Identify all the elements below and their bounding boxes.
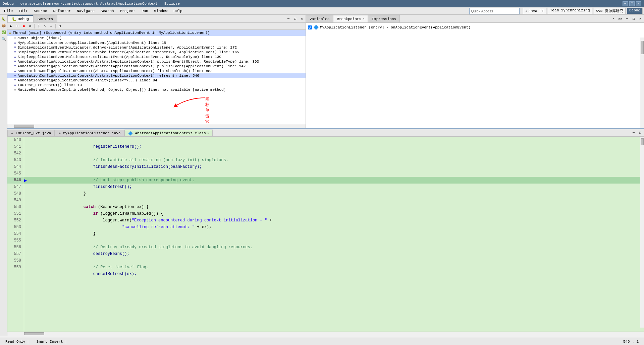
disconnect-btn[interactable]: ⊗: [27, 23, 33, 29]
menu-window[interactable]: Window: [152, 8, 170, 14]
stack-scrollbar-thumb-h[interactable]: [14, 125, 34, 128]
tab-variables[interactable]: Variables: [306, 15, 333, 22]
right-panel-scrollbar-thumb[interactable]: [641, 41, 644, 54]
stack-frame-9[interactable]: ≡ IOCTest_Ext.test01() line: 13: [7, 83, 306, 87]
menu-run[interactable]: Run: [139, 8, 151, 14]
linenum-540: 540: [7, 137, 24, 143]
stack-frame-8[interactable]: ≡ AnnotationConfigApplicationContext.<in…: [7, 78, 306, 83]
window-title: Debug - org.springframework.context.supp…: [3, 2, 180, 6]
tab-servers[interactable]: Servers: [33, 15, 57, 22]
stack-frame-3[interactable]: ≡ SimpleApplicationEventMulticaster.mult…: [7, 55, 306, 59]
debug-panel-maximize[interactable]: □: [292, 16, 298, 22]
step-return-btn[interactable]: ↩: [48, 23, 54, 29]
stack-frame-7[interactable]: ≡ AnnotationConfigApplicationContext(Abs…: [7, 73, 306, 78]
suspend-btn[interactable]: ⏸: [14, 23, 20, 29]
frame-icon-7: ≡: [14, 74, 16, 78]
bp-panel-max[interactable]: □: [631, 16, 637, 22]
code-scrollbar-thumb-h[interactable]: [24, 332, 44, 335]
menu-source[interactable]: Source: [31, 8, 50, 14]
tab-abstractappcontext[interactable]: 🔷 AbstractApplicationContext.class ✕: [124, 130, 213, 136]
debug-pointer: ▶: [24, 177, 27, 184]
debug-panel-close[interactable]: ✕: [299, 16, 305, 22]
main-container: 🐛 📦 ✅ 🔍 🐛 Debug Servers: [0, 15, 644, 336]
bp-remove-btn[interactable]: ✕: [610, 16, 616, 22]
bp-checkbox[interactable]: [308, 25, 312, 29]
frame-icon-9: ≡: [14, 83, 16, 87]
bp-remove-all-btn[interactable]: ✕✕: [617, 16, 623, 22]
step-over-btn[interactable]: ↷: [42, 23, 48, 29]
quick-access-input[interactable]: [469, 8, 520, 14]
code-content[interactable]: registerListeners(); // Instantiate all …: [24, 137, 644, 332]
tab-expressions[interactable]: Expressions: [368, 15, 400, 22]
code-scrollbar-h[interactable]: [7, 332, 644, 336]
sidebar-pkg-icon[interactable]: 📦: [1, 23, 7, 29]
linenum-552: 552: [7, 217, 24, 224]
frame-icon-1: ≡: [14, 46, 16, 50]
code-scrollbar-thumb-v[interactable]: [641, 138, 644, 145]
stack-frame-1[interactable]: ≡ SimpleApplicationEventMulticaster.doIn…: [7, 45, 306, 50]
stack-trace[interactable]: ⚙ Thread [main] (Suspended (entry into m…: [7, 30, 306, 124]
linenum-545: 545: [7, 170, 24, 177]
stack-frame-4[interactable]: ≡ AnnotationConfigApplicationContext(Abs…: [7, 59, 306, 64]
thread-item[interactable]: ⚙ Thread [main] (Suspended (entry into m…: [7, 30, 306, 36]
editor-max-btn[interactable]: □: [637, 130, 643, 136]
stack-frame-0[interactable]: ≡ MyApplicationListener.onApplicationEve…: [7, 41, 306, 45]
line-numbers: 540 541 542 543 544 545 546 547 548 549 …: [7, 137, 24, 332]
linenum-547: 547: [7, 184, 24, 190]
resume-btn[interactable]: ▶: [8, 23, 14, 29]
bp-panel-close[interactable]: ✕: [637, 16, 643, 22]
debug-panel-minimize[interactable]: ─: [285, 16, 291, 22]
sidebar-debug-icon[interactable]: 🐛: [1, 16, 7, 22]
perspective-team-sync[interactable]: Team Synchronizing: [548, 8, 592, 14]
menu-refactor[interactable]: Refactor: [50, 8, 73, 14]
tab-breakpoints[interactable]: Breakpoints ✕: [333, 15, 368, 22]
perspective-svn[interactable]: SVN 资源库研究: [594, 8, 626, 14]
menu-help[interactable]: Help: [171, 8, 185, 14]
maximize-button[interactable]: □: [629, 1, 635, 6]
minimize-button[interactable]: ─: [623, 1, 628, 6]
frame-icon-8: ≡: [14, 78, 16, 82]
step-into-btn[interactable]: ⤵: [36, 23, 42, 29]
tab-myapplistener[interactable]: ☕ MyApplicationListener.java: [55, 130, 124, 136]
close-button[interactable]: ✕: [636, 1, 641, 6]
breakpoints-tabs: Variables Breakpoints ✕ Expressions ✕ ✕✕…: [306, 15, 644, 23]
stop-btn[interactable]: ■: [21, 23, 27, 29]
collapse-all-btn[interactable]: ⊟: [57, 23, 63, 29]
frame-icon-0: ≡: [14, 41, 16, 45]
editor-min-btn[interactable]: ─: [631, 130, 637, 136]
perspective-java-ee[interactable]: ☕ Java EE: [523, 8, 546, 14]
menu-file[interactable]: File: [1, 8, 15, 14]
ioctest-icon: ☕: [11, 131, 13, 135]
perspective-debug[interactable]: Debug: [627, 8, 643, 14]
linenum-555: 555: [7, 237, 24, 244]
breakpoint-item[interactable]: 🔷 MyApplicationListener [entry] - onAppl…: [307, 24, 643, 31]
menu-edit[interactable]: Edit: [16, 8, 30, 14]
debug-panel-toolbar: ▶ ⏸ ■ ⊗ ⤵ ↷ ↩ ⊟: [7, 23, 306, 30]
code-line-548: [24, 190, 644, 197]
editor-tab-toolbar: ─ □: [630, 129, 644, 136]
stack-scrollbar-h[interactable]: [7, 124, 306, 128]
right-panel: Variables Breakpoints ✕ Expressions ✕ ✕✕…: [306, 15, 644, 128]
code-line-549: catch (BeansException ex) {: [24, 197, 644, 204]
stack-frame-6[interactable]: ≡ AnnotationConfigApplicationContext(Abs…: [7, 69, 306, 73]
sidebar-task-icon[interactable]: ✅: [1, 29, 7, 36]
code-line-555: // Destroy already created singletons to…: [24, 237, 644, 244]
right-panel-scrollbar[interactable]: [640, 38, 644, 128]
sidebar-search-icon[interactable]: 🔍: [1, 36, 7, 42]
stack-frame-2[interactable]: ≡ SimpleApplicationEventMulticaster.invo…: [7, 50, 306, 55]
stack-frame-5[interactable]: ≡ AnnotationConfigApplicationContext(Abs…: [7, 64, 306, 69]
tab-debug[interactable]: 🐛 Debug: [7, 15, 33, 22]
tab-close-icon[interactable]: ✕: [207, 132, 209, 135]
code-line-545: // Last step: publish corresponding even…: [24, 170, 644, 177]
menu-search[interactable]: Search: [98, 8, 117, 14]
linenum-549: 549: [7, 197, 24, 204]
code-scrollbar-v[interactable]: [640, 137, 644, 328]
owns-item[interactable]: ≡ owns: Object (id=37): [7, 36, 306, 41]
menu-project[interactable]: Project: [117, 8, 138, 14]
menu-navigate[interactable]: Navigate: [74, 8, 97, 14]
bp-panel-min[interactable]: ─: [624, 16, 630, 22]
breakpoints-close[interactable]: ✕: [363, 17, 364, 21]
status-position: 546 : 1: [621, 340, 641, 344]
tab-ioctest[interactable]: ☕ IOCTest_Ext.java: [7, 130, 55, 136]
stack-frame-10[interactable]: ≡ NativeMethodAccessorImpl.invoke0(Metho…: [7, 87, 306, 92]
